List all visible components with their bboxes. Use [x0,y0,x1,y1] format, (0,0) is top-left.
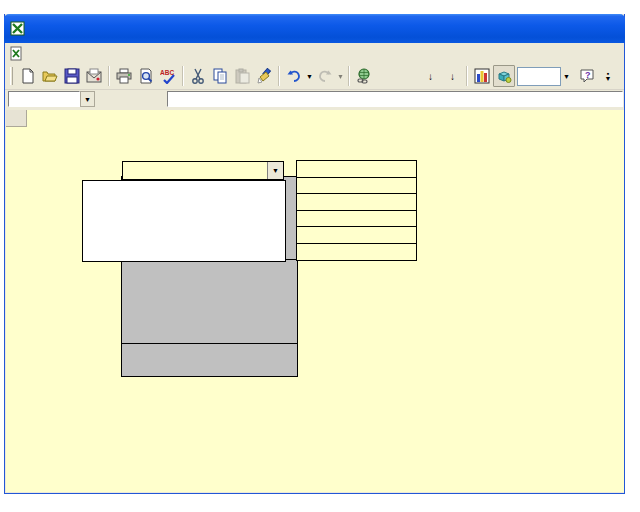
zoom-select[interactable] [517,67,561,86]
worksheet-grid[interactable]: ▼ [6,110,624,492]
print-button[interactable] [113,65,135,87]
toolbar-grip[interactable] [10,67,13,85]
print-preview-button[interactable] [135,65,157,87]
formula-input[interactable] [167,91,623,107]
cell-d3[interactable] [297,161,416,178]
name-box-dropdown-arrow[interactable]: ▼ [80,91,95,107]
name-box[interactable] [8,91,80,107]
sort-ascending-button[interactable]: ↓ [419,65,441,87]
cell-d5[interactable] [297,194,416,211]
cut-button[interactable] [187,65,209,87]
sort-descending-button[interactable]: ↓ [441,65,463,87]
menubar [5,43,624,63]
chart-wizard-button[interactable] [471,65,493,87]
drawing-button[interactable] [493,65,515,87]
svg-text:?: ? [585,70,591,80]
toolbar-separator [466,66,468,86]
toolbar-separator [278,66,280,86]
edit-formula-button[interactable] [149,91,165,107]
select-all-corner[interactable] [6,110,27,127]
toolbar-separator [108,66,110,86]
redo-dropdown-arrow[interactable]: ▼ [336,65,345,87]
redo-button[interactable] [314,65,336,87]
cell-d6[interactable] [297,211,416,228]
excel-window: ABC ▼ ▼ ↓ [4,14,625,494]
cell-d7[interactable] [297,227,416,244]
open-folder-button[interactable] [39,65,61,87]
undo-button[interactable] [283,65,305,87]
toolbar-separator [348,66,350,86]
toolbar-separator [182,66,184,86]
help-button[interactable]: ? [576,65,598,87]
svg-text:ABC: ABC [160,69,174,76]
contact-range-b14-c15[interactable] [121,343,298,377]
address-range-b9-c13[interactable] [121,259,298,344]
landsdel-dropdown-list[interactable] [82,180,286,262]
landsdel-combobox[interactable]: ▼ [122,161,284,180]
zoom-dropdown-arrow[interactable]: ▼ [561,67,572,86]
autosum-button[interactable] [375,65,397,87]
spelling-button[interactable]: ABC [157,65,179,87]
standard-toolbar: ABC ▼ ▼ ↓ [5,63,624,90]
format-painter-button[interactable] [253,65,275,87]
email-button[interactable] [83,65,105,87]
cell-a14-kontaktperson[interactable] [6,345,119,362]
undo-dropdown-arrow[interactable]: ▼ [305,65,314,87]
combobox-dropdown-arrow[interactable]: ▼ [267,162,283,179]
formula-bar: ▼ [5,90,624,108]
toolbar-options-chevron[interactable]: ▪▼ [602,65,614,87]
paste-function-button[interactable] [397,65,419,87]
cell-d4[interactable] [297,178,416,195]
cell-d8[interactable] [297,244,416,261]
supplier-cell-range-d3-d8[interactable] [296,160,417,261]
paste-button[interactable] [231,65,253,87]
new-document-button[interactable] [17,65,39,87]
titlebar[interactable] [4,14,625,43]
excel-app-icon [10,21,25,36]
copy-button[interactable] [209,65,231,87]
workbook-icon[interactable] [9,46,24,61]
insert-hyperlink-button[interactable] [353,65,375,87]
save-button[interactable] [61,65,83,87]
